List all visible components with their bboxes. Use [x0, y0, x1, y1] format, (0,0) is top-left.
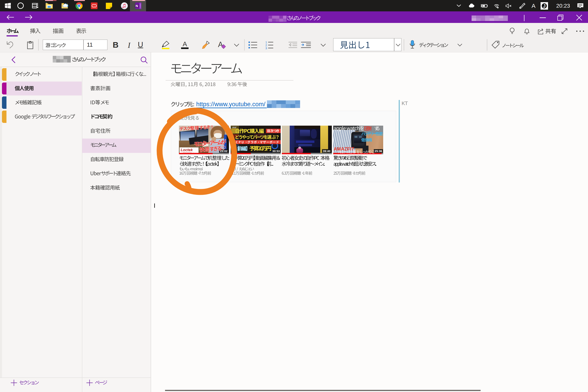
svg-text:3: 3	[266, 46, 267, 50]
svg-text:J: J	[543, 3, 546, 8]
svg-text:A: A	[183, 40, 187, 48]
svg-text:N: N	[136, 4, 138, 8]
